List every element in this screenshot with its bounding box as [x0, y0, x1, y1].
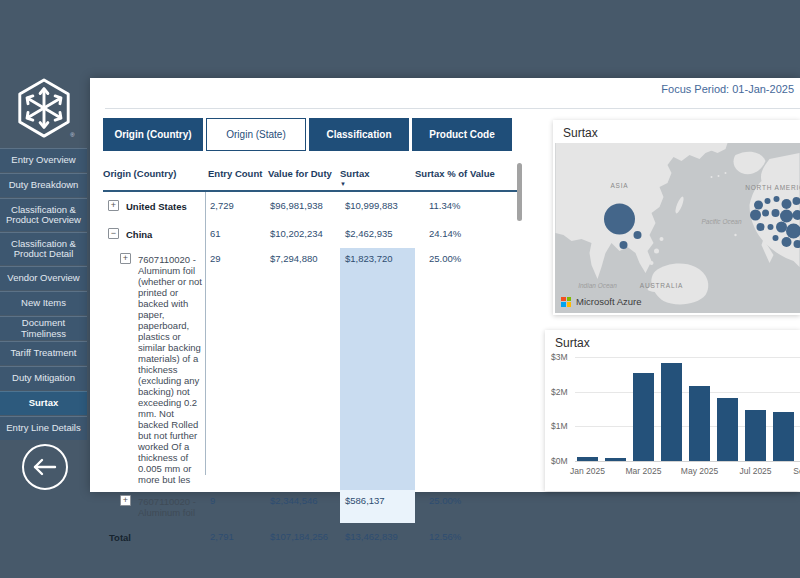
column-header-surtax-of-value[interactable]: Surtax % of Value: [415, 162, 500, 187]
row-label-cell: −China: [103, 220, 208, 248]
bar-jan-2025[interactable]: [577, 457, 598, 461]
value-for-duty-cell: $7,294,880: [268, 248, 340, 490]
surtax-cell: $13,462,839: [340, 523, 415, 551]
map-bubble-united-states[interactable]: [765, 198, 771, 204]
map-bubble-united-states[interactable]: [750, 210, 761, 221]
row-label-cell: Total: [103, 523, 208, 551]
column-header-surtax[interactable]: Surtax▼: [340, 162, 415, 187]
sidebar-item-classification-product-overview[interactable]: Classification & Product Overview: [0, 198, 87, 231]
tab-origin-state[interactable]: Origin (State): [206, 118, 306, 151]
surtax-cell: $1,823,720: [340, 248, 415, 490]
bar-may-2025[interactable]: [689, 386, 710, 461]
value-for-duty-cell: $10,202,234: [268, 220, 340, 248]
expand-icon[interactable]: +: [120, 495, 131, 506]
chart-card-title: Surtax: [555, 336, 590, 350]
bar-apr-2025[interactable]: [661, 363, 682, 461]
map-label-indian-ocean: Indian Ocean: [578, 282, 617, 289]
expand-icon[interactable]: +: [120, 253, 131, 264]
bar-aug-2025[interactable]: [773, 412, 794, 461]
chart-plot-area: [577, 357, 800, 461]
surtax-cell: $586,137: [340, 490, 415, 523]
map-card-title: Surtax: [563, 126, 598, 140]
column-header-entry-count[interactable]: Entry Count: [208, 162, 268, 187]
sidebar-item-entry-line-details[interactable]: Entry Line Details: [0, 416, 87, 440]
map-bubble-united-states[interactable]: [782, 199, 792, 209]
map-bubble-united-states[interactable]: [768, 224, 774, 230]
map-bubble-vietnam-southeast-asia[interactable]: [620, 241, 628, 249]
map-bubble-united-states[interactable]: [754, 201, 763, 210]
microsoft-logo-icon: [561, 297, 571, 307]
x-axis-tick-may-2025: May 2025: [672, 466, 728, 476]
x-axis-tick-jul-2025: Jul 2025: [728, 466, 784, 476]
sort-descending-icon: ▼: [340, 181, 415, 187]
row-label-cell: +7607110020 - Aluminum foil: [103, 490, 208, 523]
tab-product-code[interactable]: Product Code: [412, 118, 512, 151]
map-bubble-united-states[interactable]: [757, 223, 765, 231]
bar-jun-2025[interactable]: [717, 398, 738, 461]
sidebar-item-tariff-treatment[interactable]: Tariff Treatment: [0, 341, 87, 365]
tab-classification[interactable]: Classification: [309, 118, 409, 151]
sidebar-item-entry-overview[interactable]: Entry Overview: [0, 148, 87, 172]
column-header-value-for-duty[interactable]: Value for Duty: [268, 162, 340, 187]
bar-mar-2025[interactable]: [633, 373, 654, 461]
surtax-pct-cell: 25.00%: [415, 490, 500, 523]
column-header-label: Surtax % of Value: [415, 168, 495, 179]
entry-count-cell: 2,729: [208, 192, 268, 220]
row-label: United States: [126, 200, 187, 212]
bar-feb-2025[interactable]: [605, 458, 626, 461]
sidebar-item-vendor-overview[interactable]: Vendor Overview: [0, 266, 87, 290]
column-header-origin-country[interactable]: Origin (Country): [103, 162, 208, 187]
map-label-australia: AUSTRALIA: [640, 282, 683, 289]
surtax-pct-cell: 24.14%: [415, 220, 500, 248]
map-bubble-united-states[interactable]: [762, 210, 769, 217]
map-bubble-united-states[interactable]: [774, 196, 780, 202]
surtax-pct-cell: 12.56%: [415, 523, 500, 551]
azure-map[interactable]: ASIANORTH AMERICAAUSTRALIAPacific OceanI…: [555, 143, 800, 313]
y-axis-tick: $3M: [545, 352, 573, 362]
map-bubble-united-states[interactable]: [776, 222, 787, 233]
view-tabs: Origin (Country)Origin (State)Classifica…: [103, 118, 512, 151]
map-label-north-america: NORTH AMERICA: [745, 184, 800, 191]
x-axis-tick-sep-2025: Sep 2025: [784, 466, 800, 476]
map-bubble-philippines[interactable]: [634, 231, 642, 239]
azure-attribution-label: Microsoft Azure: [576, 296, 641, 307]
entry-count-cell: 61: [208, 220, 268, 248]
table-row-7607110020-aluminu[interactable]: +7607110020 - Aluminum foil9$2,344,546$5…: [103, 490, 800, 523]
bar-jul-2025[interactable]: [745, 410, 766, 461]
sidebar-item-classification-product-detail[interactable]: Classification & Product Detail: [0, 232, 87, 265]
registered-mark: ®: [70, 132, 75, 138]
report-canvas: Focus Period: 01-Jan-2025 Origin (Countr…: [90, 78, 800, 492]
map-bubble-united-states[interactable]: [782, 237, 792, 247]
sidebar-item-duty-breakdown[interactable]: Duty Breakdown: [0, 173, 87, 197]
sidebar-item-duty-mitigation[interactable]: Duty Mitigation: [0, 366, 87, 390]
entry-count-cell: 29: [208, 248, 268, 490]
map-bubble-china[interactable]: [604, 204, 635, 235]
entry-count-cell: 9: [208, 490, 268, 523]
y-axis-tick: $1M: [545, 421, 573, 431]
map-bubble-united-states[interactable]: [773, 235, 779, 241]
back-button[interactable]: [22, 444, 68, 490]
y-axis-tick: $2M: [545, 387, 573, 397]
table-scrollbar-thumb[interactable]: [517, 163, 522, 221]
value-for-duty-cell: $96,981,938: [268, 192, 340, 220]
focus-period-label: Focus Period: 01-Jan-2025: [661, 83, 794, 95]
map-bubble-united-states[interactable]: [780, 210, 793, 223]
map-bubble-united-states[interactable]: [772, 209, 780, 217]
column-header-label: Value for Duty: [268, 168, 332, 179]
table-row-total[interactable]: Total2,791$107,184,256$13,462,83912.56%: [103, 523, 800, 551]
sidebar-item-surtax[interactable]: Surtax: [0, 391, 87, 415]
azure-attribution: Microsoft Azure: [561, 296, 641, 307]
collapse-icon[interactable]: −: [108, 228, 119, 239]
tab-origin-country[interactable]: Origin (Country): [103, 118, 203, 151]
surtax-cell: $2,462,935: [340, 220, 415, 248]
expand-icon[interactable]: +: [108, 200, 119, 211]
sidebar-item-new-items[interactable]: New Items: [0, 291, 87, 315]
sidebar-item-document-timeliness[interactable]: Document Timeliness: [0, 316, 87, 340]
row-label: 7607110020 - Aluminum foil: [138, 495, 204, 518]
surtax-bar-chart-card: Surtax $0M$1M$2M$3MJan 2025Mar 2025May 2…: [545, 330, 800, 491]
row-label: 7607110020 - Aluminum foil (whether or n…: [138, 253, 204, 485]
row-label: Total: [108, 531, 131, 543]
surtax-pct-cell: 25.00%: [415, 248, 500, 490]
row-label-cell: +7607110020 - Aluminum foil (whether or …: [103, 248, 208, 490]
column-header-label: Entry Count: [208, 168, 262, 179]
